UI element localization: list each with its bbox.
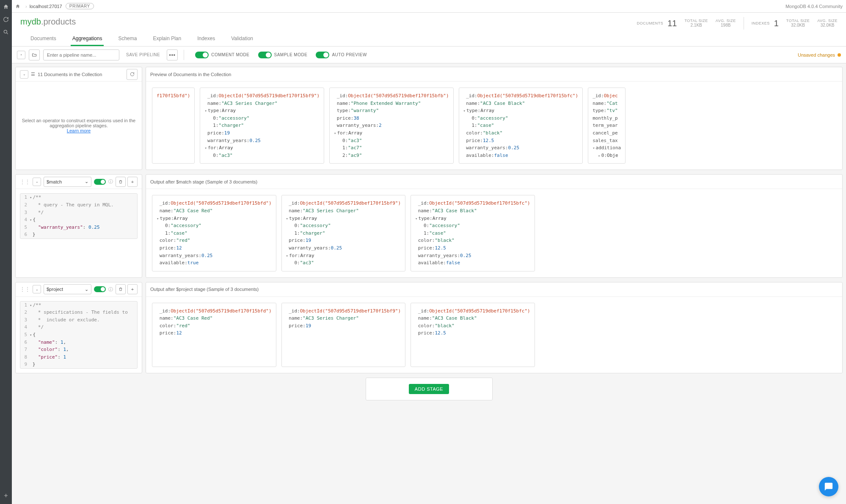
chat-support-button[interactable] [819, 477, 838, 496]
stage-operator-select[interactable]: $project⌄ [44, 284, 91, 294]
stage-enabled-toggle[interactable] [94, 286, 106, 292]
learn-more-link[interactable]: Learn more [22, 128, 136, 133]
tab-validation[interactable]: Validation [229, 32, 255, 46]
helper-text: Select an operator to construct expressi… [22, 118, 136, 128]
refresh-icon[interactable] [3, 16, 9, 23]
more-options-button[interactable]: ••• [167, 49, 178, 60]
search-icon[interactable] [3, 29, 9, 36]
doc-card: _id:ObjectId("507d95d5719dbef170f15bfd")… [152, 195, 276, 271]
version-label: MongoDB 4.0.4 Community [785, 4, 843, 9]
add-stage-after-button[interactable]: + [127, 284, 138, 294]
doc-card: _id:ObjectId("507d95d5719dbef170f15bf9")… [281, 195, 406, 271]
stage-output-label: Output after $match stage (Sample of 3 d… [150, 179, 257, 184]
doc-card-fragment: f170f15bfd") [152, 88, 195, 164]
drag-handle-icon[interactable]: ⋮⋮ [20, 286, 30, 292]
primary-badge: PRIMARY [66, 3, 94, 9]
auto-preview-label: AUTO PREVIEW [332, 52, 367, 57]
docs-total-size: 2.1KB [691, 23, 702, 28]
refresh-preview-button[interactable] [127, 69, 138, 80]
stage-collapse[interactable]: ⌄ [33, 285, 41, 293]
save-pipeline-button[interactable]: SAVE PIPELINE [123, 52, 163, 57]
doc-card: _id:ObjectId("507d95d5719dbef170f15bf9")… [281, 303, 406, 367]
comment-mode-label: COMMENT MODE [211, 52, 249, 57]
documents-label: DOCUMENTS [637, 21, 664, 25]
docs-count-label: 11 Documents in the Collection [38, 72, 102, 77]
documents-count: 11 [667, 19, 677, 28]
docs-total-size-label: TOTAL SIZE [684, 19, 708, 23]
sample-mode-label: SAMPLE MODE [274, 52, 308, 57]
tab-documents[interactable]: Documents [29, 32, 58, 46]
doc-card-fragment: _id:Objec name:"Cat type:"tv" monthly_p … [588, 88, 626, 164]
stage-editor[interactable]: 1▾/** 2 * specifications - The fields to… [20, 301, 138, 369]
idx-total-size: 32.0KB [791, 23, 805, 28]
doc-card: _id:ObjectId("507d95d5719dbef170f15bfc")… [459, 88, 583, 164]
stage-enabled-toggle[interactable] [94, 179, 106, 185]
source-dropdown[interactable]: ⌄ [20, 70, 28, 79]
add-stage-after-button[interactable]: + [127, 177, 138, 187]
svg-point-0 [4, 30, 7, 33]
idx-avg-size-label: AVG. SIZE [817, 19, 838, 23]
tab-explain-plan[interactable]: Explain Plan [151, 32, 183, 46]
doc-card: _id:ObjectId("507d95d5719dbef170f15bfc")… [411, 303, 535, 367]
delete-stage-button[interactable] [116, 177, 126, 187]
home-icon[interactable] [3, 3, 9, 10]
unsaved-dot-icon [838, 53, 841, 57]
indexes-count: 1 [774, 19, 779, 28]
comment-mode-toggle[interactable] [195, 52, 209, 58]
docs-avg-size: 198B [721, 23, 730, 28]
tab-indexes[interactable]: Indexes [196, 32, 217, 46]
add-stage-button[interactable]: ADD STAGE [409, 384, 449, 394]
open-folder-icon[interactable] [29, 49, 40, 60]
plus-icon[interactable] [3, 492, 9, 499]
db-name: mydb [20, 17, 41, 27]
doc-card: _id:ObjectId("507d95d5719dbef170f15bfb")… [329, 88, 454, 164]
delete-stage-button[interactable] [116, 284, 126, 294]
pipeline-name-input[interactable] [43, 49, 119, 60]
collapse-toggle[interactable]: › [17, 51, 25, 59]
drag-handle-icon[interactable]: ⋮⋮ [20, 179, 30, 185]
tab-aggregations[interactable]: Aggregations [71, 32, 104, 46]
doc-card: _id:ObjectId("507d95d5719dbef170f15bf9")… [200, 88, 324, 164]
tab-schema[interactable]: Schema [116, 32, 138, 46]
stage-editor[interactable]: 1▾/** 2 * query - The query in MQL. 3 */… [20, 193, 138, 239]
sidebar-rail [0, 0, 12, 504]
info-icon[interactable]: ⓘ [108, 286, 113, 293]
stage-collapse[interactable]: ⌄ [33, 178, 41, 186]
stage-output-label: Output after $project stage (Sample of 3… [150, 287, 259, 292]
preview-label: Preview of Documents in the Collection [150, 72, 231, 77]
collection-name: .products [41, 17, 76, 27]
docs-avg-size-label: AVG. SIZE [716, 19, 736, 23]
home-icon-top[interactable] [15, 4, 20, 9]
idx-avg-size: 32.0KB [821, 23, 835, 28]
topbar: › localhost:27017 PRIMARY MongoDB 4.0.4 … [12, 0, 846, 13]
stage-operator-select[interactable]: $match⌄ [44, 177, 91, 187]
doc-card: _id:ObjectId("507d95d5719dbef170f15bfc")… [411, 195, 535, 271]
info-icon[interactable]: ⓘ [108, 178, 113, 185]
document-icon: ☰ [31, 71, 35, 77]
auto-preview-toggle[interactable] [316, 52, 329, 58]
host-address: localhost:27017 [30, 4, 62, 9]
doc-card: _id:ObjectId("507d95d5719dbef170f15bfd")… [152, 303, 276, 367]
unsaved-changes-label: Unsaved changes [798, 52, 835, 58]
sample-mode-toggle[interactable] [258, 52, 272, 58]
idx-total-size-label: TOTAL SIZE [786, 19, 810, 23]
indexes-label: INDEXES [752, 21, 770, 25]
chevron-right-icon: › [25, 4, 27, 9]
